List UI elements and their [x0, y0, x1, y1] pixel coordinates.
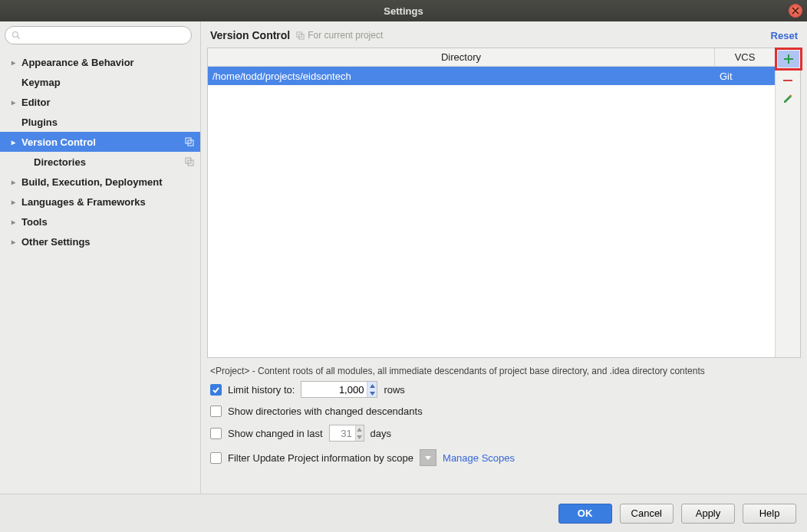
table-header: Directory VCS — [208, 48, 775, 67]
settings-sidebar: ▸Appearance & Behavior ▸Keymap ▸Editor ▸… — [0, 21, 201, 494]
settings-tree: ▸Appearance & Behavior ▸Keymap ▸Editor ▸… — [0, 48, 200, 251]
col-directory[interactable]: Directory — [208, 48, 715, 66]
window-title: Settings — [384, 5, 423, 17]
limit-history-spinner[interactable] — [367, 382, 377, 397]
spinner-up[interactable] — [367, 382, 377, 389]
show-changed-last-unit: days — [371, 428, 391, 439]
svg-line-1 — [18, 37, 20, 39]
show-changed-last-checkbox[interactable] — [210, 428, 222, 439]
table-toolbar — [775, 48, 800, 357]
opt-show-changed-last: Show changed in last days — [210, 425, 798, 442]
svg-point-0 — [13, 32, 18, 38]
tree-languages-frameworks[interactable]: ▸Languages & Frameworks — [0, 192, 200, 212]
close-icon — [792, 7, 799, 15]
search-input[interactable] — [25, 29, 185, 41]
cancel-button[interactable]: Cancel — [620, 504, 674, 524]
titlebar: Settings — [0, 0, 807, 21]
window-close-button[interactable] — [789, 4, 802, 18]
project-scope-icon — [296, 31, 305, 40]
show-changed-last-pre: Show changed in last — [228, 428, 323, 439]
filter-scope-label: Filter Update Project information by sco… — [228, 452, 413, 464]
main-header: Version Control For current project Rese… — [201, 21, 807, 48]
limit-history-input[interactable] — [301, 382, 367, 397]
opt-show-changed-desc: Show directories with changed descendant… — [210, 406, 798, 417]
tree-keymap[interactable]: ▸Keymap — [0, 72, 200, 92]
minus-icon — [782, 75, 793, 86]
check-icon — [212, 386, 220, 394]
tree-appearance-behavior[interactable]: ▸Appearance & Behavior — [0, 52, 200, 72]
scope-dropdown[interactable] — [420, 449, 436, 466]
apply-button[interactable]: Apply — [681, 504, 735, 524]
remove-button[interactable] — [777, 72, 799, 89]
spinner-up[interactable] — [356, 425, 364, 433]
tree-tools[interactable]: ▸Tools — [0, 212, 200, 232]
limit-history-unit: rows — [384, 384, 404, 396]
cell-directory: /home/todd/projects/eidsontech — [208, 67, 715, 85]
project-note: <Project> - Content roots of all modules… — [201, 358, 807, 381]
search-icon — [12, 31, 21, 40]
page-title: Version Control — [210, 29, 290, 41]
limit-history-checkbox[interactable] — [210, 384, 222, 396]
show-changed-last-input[interactable] — [330, 425, 355, 441]
project-scope-icon — [185, 157, 194, 166]
tree-build-exec-deploy[interactable]: ▸Build, Execution, Deployment — [0, 172, 200, 192]
table-row[interactable]: /home/todd/projects/eidsontech Git — [208, 67, 775, 85]
plus-icon — [783, 54, 794, 64]
opt-filter-scope: Filter Update Project information by sco… — [210, 449, 798, 466]
show-changed-desc-label: Show directories with changed descendant… — [228, 406, 423, 417]
manage-scopes-link[interactable]: Manage Scopes — [443, 452, 515, 464]
tree-directories[interactable]: ▸Directories — [0, 152, 200, 172]
show-changed-last-field[interactable] — [329, 425, 364, 442]
tree-other-settings[interactable]: ▸Other Settings — [0, 232, 200, 251]
main-panel: Version Control For current project Rese… — [201, 21, 807, 494]
filter-scope-checkbox[interactable] — [210, 452, 222, 464]
edit-button[interactable] — [777, 90, 799, 107]
tree-version-control[interactable]: ▸Version Control — [0, 132, 200, 152]
limit-history-label: Limit history to: — [228, 384, 295, 396]
days-spinner[interactable] — [355, 425, 364, 441]
help-button[interactable]: Help — [743, 504, 796, 524]
page-scope: For current project — [296, 30, 383, 41]
ok-button[interactable]: OK — [558, 504, 612, 524]
dialog-footer: OK Cancel Apply Help — [0, 494, 807, 532]
pencil-icon — [782, 94, 793, 104]
search-field[interactable] — [5, 26, 192, 44]
project-scope-icon — [185, 137, 194, 146]
col-vcs[interactable]: VCS — [715, 48, 775, 66]
spinner-down[interactable] — [356, 433, 364, 441]
add-button[interactable] — [778, 51, 799, 67]
chevron-down-icon — [425, 456, 431, 460]
vcs-table-wrap: Directory VCS /home/todd/projects/eidson… — [207, 48, 801, 358]
table-body-empty — [208, 85, 775, 357]
show-changed-desc-checkbox[interactable] — [210, 406, 222, 417]
tree-editor[interactable]: ▸Editor — [0, 92, 200, 112]
reset-link[interactable]: Reset — [771, 30, 798, 41]
cell-vcs: Git — [715, 67, 775, 85]
opt-limit-history: Limit history to: rows — [210, 381, 798, 398]
tree-plugins[interactable]: ▸Plugins — [0, 112, 200, 132]
limit-history-field[interactable] — [301, 381, 377, 398]
spinner-down[interactable] — [367, 389, 377, 397]
